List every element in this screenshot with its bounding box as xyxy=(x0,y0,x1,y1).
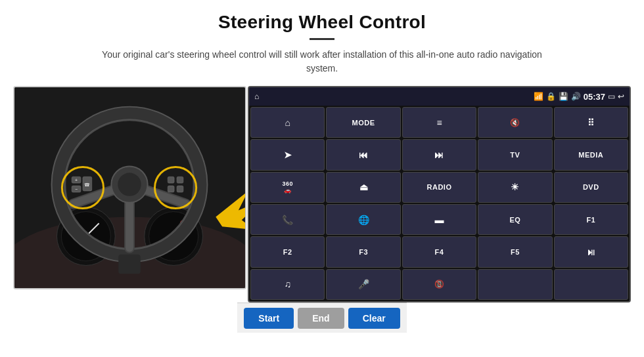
svg-text:−: − xyxy=(75,187,78,192)
btn-mic[interactable]: 🎤 xyxy=(326,269,400,300)
button-grid: ⌂ MODE ≡ 🔇 ⠿ ➤ ⏮ ⏭ TV MEDIA 360🚗 ⏏ RADIO… xyxy=(249,106,630,301)
status-left: ⌂ xyxy=(254,92,259,101)
android-panel: ⌂ 📶 🔒 💾 🔊 05:37 ▭ ↩ ⌂ MODE ≡ 🔇 xyxy=(248,86,631,303)
btn-navigate[interactable]: ➤ xyxy=(250,139,325,170)
sd-icon: 💾 xyxy=(559,92,568,101)
svg-text:☎: ☎ xyxy=(84,182,90,187)
clear-button[interactable]: Clear xyxy=(348,308,400,329)
svg-rect-24 xyxy=(177,177,183,183)
btn-f3[interactable]: F3 xyxy=(326,236,400,267)
svg-rect-27 xyxy=(118,255,141,274)
svg-point-13 xyxy=(118,173,141,196)
lock-icon: 🔒 xyxy=(546,92,556,101)
btn-f1[interactable]: F1 xyxy=(554,204,628,235)
svg-text:+: + xyxy=(75,178,78,182)
btn-f2[interactable]: F2 xyxy=(250,236,325,267)
status-time: 05:37 xyxy=(584,92,605,102)
btn-prev[interactable]: ⏮ xyxy=(326,139,400,170)
end-button[interactable]: End xyxy=(298,308,344,329)
btn-radio[interactable]: RADIO xyxy=(402,172,476,203)
btn-apps[interactable]: ⠿ xyxy=(554,107,628,138)
btn-home[interactable]: ⌂ xyxy=(250,107,325,138)
btn-music[interactable]: ♫ xyxy=(250,269,325,300)
svg-rect-22 xyxy=(168,177,174,183)
page-title: Steering Wheel Control xyxy=(218,12,426,33)
start-button[interactable]: Start xyxy=(244,308,294,329)
btn-screen[interactable]: ▬ xyxy=(402,204,476,235)
status-right: 📶 🔒 💾 🔊 05:37 ▭ ↩ xyxy=(534,92,624,102)
btn-eq[interactable]: EQ xyxy=(478,204,552,235)
btn-empty1 xyxy=(478,269,552,300)
page-container: Steering Wheel Control Your original car… xyxy=(0,0,644,357)
content-area: + − ☎ ⌂ xyxy=(13,86,631,303)
bottom-bar: Start End Clear xyxy=(237,303,406,333)
btn-mode[interactable]: MODE xyxy=(326,107,400,138)
steering-wheel-image: + − ☎ xyxy=(13,86,246,289)
btn-tv[interactable]: TV xyxy=(478,139,552,170)
btn-f4[interactable]: F4 xyxy=(402,236,476,267)
btn-media[interactable]: MEDIA xyxy=(554,139,628,170)
svg-rect-23 xyxy=(168,186,174,192)
screen-icon: ▭ xyxy=(608,92,615,101)
btn-next[interactable]: ⏭ xyxy=(402,139,476,170)
back-icon: ↩ xyxy=(618,92,624,101)
btn-mute[interactable]: 🔇 xyxy=(478,107,552,138)
wifi-icon: 📶 xyxy=(534,92,543,101)
svg-rect-25 xyxy=(177,186,183,192)
bt-icon: 🔊 xyxy=(571,92,581,101)
btn-360cam[interactable]: 360🚗 xyxy=(250,172,325,203)
btn-empty2 xyxy=(554,269,628,300)
btn-hangup[interactable]: 📵 xyxy=(402,269,476,300)
btn-phone[interactable]: 📞 xyxy=(250,204,325,235)
page-subtitle: Your original car's steering wheel contr… xyxy=(99,48,545,75)
home-status-icon: ⌂ xyxy=(254,92,259,101)
btn-eject[interactable]: ⏏ xyxy=(326,172,400,203)
btn-dvd[interactable]: DVD xyxy=(554,172,628,203)
status-bar: ⌂ 📶 🔒 💾 🔊 05:37 ▭ ↩ xyxy=(249,87,630,106)
btn-f5[interactable]: F5 xyxy=(478,236,552,267)
title-divider xyxy=(310,38,334,40)
btn-internet[interactable]: 🌐 xyxy=(326,204,400,235)
btn-menu[interactable]: ≡ xyxy=(402,107,476,138)
btn-brightness[interactable]: ☀ xyxy=(478,172,552,203)
btn-playpause[interactable]: ⏯ xyxy=(554,236,628,267)
